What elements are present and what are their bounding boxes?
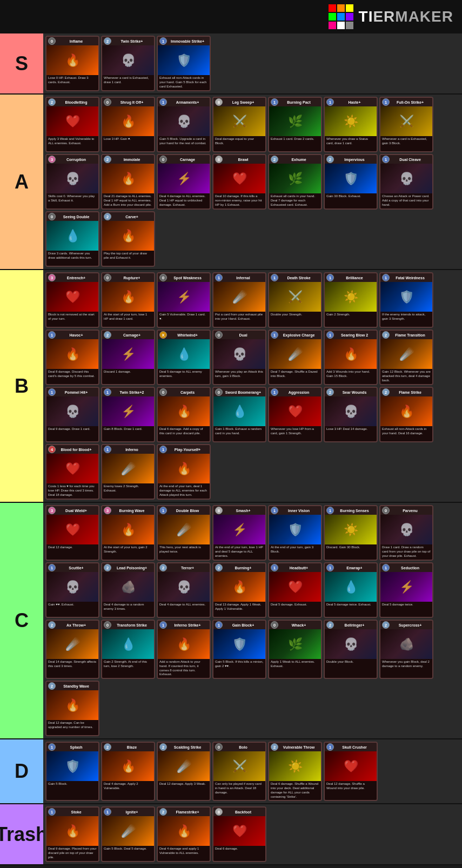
card-name: Burning Senses bbox=[334, 509, 375, 513]
card-header: 1 Burning Senses bbox=[325, 506, 377, 515]
card-text: Skills cost 0. Whenever you play a Skill… bbox=[46, 193, 98, 208]
card-name: Burning Wave bbox=[111, 509, 152, 513]
logo-cell-8 bbox=[337, 22, 345, 29]
card-header: 1 Seduction bbox=[380, 563, 432, 572]
card-name: Carnage bbox=[167, 158, 208, 162]
card-name: Armaments+ bbox=[167, 100, 208, 104]
card-image bbox=[158, 106, 210, 136]
card-image bbox=[269, 164, 321, 193]
card-header: 1 Full-On Strike+ bbox=[380, 98, 432, 106]
card-header: 2 Supercross+ bbox=[380, 621, 432, 629]
tier-row-a: A 2 Bloodletting Apply 3 Weak and Vulner… bbox=[0, 95, 462, 270]
card-name: Inflame bbox=[56, 39, 97, 43]
card-text: Gain 2 Strength. bbox=[325, 312, 377, 327]
card-cost: 2 bbox=[104, 37, 111, 45]
tier-row-b: B 3 Entrench+ Block is not removed at th… bbox=[0, 270, 462, 503]
tier-row-s: S 0 Inflame Lose 0 HP. Exhaust. Draw 3 c… bbox=[0, 33, 462, 95]
card-cost: 0 bbox=[159, 156, 167, 163]
logo-cell-5 bbox=[337, 13, 345, 21]
card-image bbox=[158, 339, 210, 369]
card-text: Block is not removed at the start of you… bbox=[46, 312, 98, 327]
card-image bbox=[46, 339, 98, 369]
card-image bbox=[46, 454, 98, 483]
card-cost: 2 bbox=[104, 156, 111, 163]
card-image bbox=[325, 106, 377, 136]
card-item: 1 Brilliance Gain 2 Strength. bbox=[324, 272, 378, 328]
card-cost: 1 bbox=[326, 331, 334, 339]
card-item: 1 Scuttle+ Gain ♥♥. Exhaust. bbox=[45, 562, 99, 618]
card-header: 0 Whack+ bbox=[269, 621, 321, 629]
card-image bbox=[46, 816, 98, 846]
card-text: Exhaust all non-Attack cards in your han… bbox=[380, 426, 432, 441]
card-header: 2 Flame Transition bbox=[380, 331, 432, 339]
card-text: Add a random Attack to your hand. If cou… bbox=[158, 659, 210, 678]
card-image bbox=[213, 751, 265, 781]
card-text: Deal 5 damage. Exhaust. bbox=[269, 602, 321, 617]
card-cost: 1 bbox=[326, 274, 334, 281]
card-header: 1 Infernal bbox=[213, 273, 265, 282]
card-text: Exhaust 1 card. Draw 2 cards. bbox=[269, 136, 321, 151]
card-item: 0 Rupture+ At the start of your turn, lo… bbox=[101, 272, 155, 328]
card-name: Ax Throw+ bbox=[56, 623, 97, 627]
tier-label-d: D bbox=[0, 739, 43, 803]
card-name: Headbutt+ bbox=[278, 566, 319, 570]
card-image bbox=[325, 339, 377, 369]
card-header: 3 Entrench+ bbox=[46, 273, 98, 282]
card-name: Flame Transition bbox=[390, 333, 431, 337]
card-name: Ignite+ bbox=[111, 810, 152, 814]
card-header: 0 Bolo bbox=[213, 743, 265, 751]
card-item: 2 Carnage+ Discard 1 damage. bbox=[101, 329, 155, 385]
card-text: Deal 6 damage. Shuffle a Wound into your… bbox=[269, 781, 321, 800]
card-name: Impervious bbox=[334, 158, 375, 162]
card-item: 1 Gain Block+ Gain 5 Block. If this kill… bbox=[212, 620, 266, 679]
card-text: Lose 3 HP. Deal 14 damage. bbox=[325, 426, 377, 441]
card-item: 2 Exhume Exhaust all cards in your hand.… bbox=[268, 154, 322, 210]
card-item: 1 Havoc+ Deal 8 damage. Discard this car… bbox=[45, 329, 99, 385]
card-cost: 0 bbox=[215, 388, 223, 396]
card-cost: 2 bbox=[271, 743, 278, 751]
card-image bbox=[102, 282, 154, 312]
header: TiERMAKER bbox=[0, 0, 462, 33]
card-cost: 0 bbox=[159, 388, 167, 396]
card-text: Lose 3 HP. Gain ♥. bbox=[102, 136, 154, 151]
card-header: 8 Backfoot bbox=[213, 808, 265, 816]
card-text: Add 3 Wounds into your hand. Gain 15 Blo… bbox=[325, 369, 377, 384]
card-text: Deal 8 damage. Discard this card's damag… bbox=[46, 369, 98, 384]
card-cost: 2 bbox=[382, 388, 390, 396]
card-header: 2 Terror+ bbox=[158, 563, 210, 572]
card-text: Gain 30 Block. Exhaust. bbox=[325, 193, 377, 208]
card-cost: X bbox=[159, 331, 167, 339]
card-name: Skull Crusher bbox=[334, 745, 375, 749]
tier-cards-s: 0 Inflame Lose 0 HP. Exhaust. Draw 3 car… bbox=[43, 33, 462, 93]
card-cost: 1 bbox=[382, 98, 390, 106]
card-text: Deal 4 damage to a random enemy 3 times. bbox=[102, 602, 154, 617]
card-item: 2 Flamestrike+ Deal 4 damage and apply 1… bbox=[157, 806, 211, 862]
card-name: Sword Boomerang+ bbox=[223, 391, 264, 394]
card-image bbox=[380, 106, 432, 136]
card-text: Costs 1 less ♥ for each time you lose HP… bbox=[46, 483, 98, 499]
card-item: X Whirlwind+ Deal 5 damage to ALL enemy … bbox=[157, 329, 211, 385]
card-header: 1 Inferno Strike+ bbox=[158, 621, 210, 629]
card-header: 1 Armaments+ bbox=[158, 98, 210, 106]
card-name: Haste+ bbox=[334, 100, 375, 104]
card-name: Play-Yourself+ bbox=[167, 448, 208, 452]
card-image bbox=[269, 751, 321, 781]
card-cost: 2 bbox=[326, 621, 334, 629]
logo-cell-9 bbox=[346, 22, 353, 29]
card-name: Corruption bbox=[56, 158, 97, 162]
card-header: 0 Dual bbox=[213, 331, 265, 339]
card-cost: 1 bbox=[104, 446, 111, 453]
card-cost: 1 bbox=[271, 388, 278, 396]
card-image bbox=[269, 106, 321, 136]
card-text: Discard 1 damage. bbox=[102, 369, 154, 384]
card-name: Transform Strike bbox=[111, 623, 152, 627]
card-text: Deal 13 damage. Apply 1 Weak. Apply 1 Vu… bbox=[213, 602, 265, 617]
card-text: Deal 14 damage. Strength affects this ca… bbox=[46, 659, 98, 678]
card-header: 8 Smash+ bbox=[213, 506, 265, 515]
card-header: 2 Flamestrike+ bbox=[158, 808, 210, 816]
card-item: 8 Leg Sweep+ Deal damage equal to your B… bbox=[212, 97, 266, 152]
card-image bbox=[46, 221, 98, 251]
card-item: 0 Dual Whenever you play an Attack this … bbox=[212, 329, 266, 385]
card-header: 1 Burning Pact bbox=[269, 98, 321, 106]
card-item: 1 Full-On Strike+ Whenever a card is Exh… bbox=[379, 97, 433, 152]
